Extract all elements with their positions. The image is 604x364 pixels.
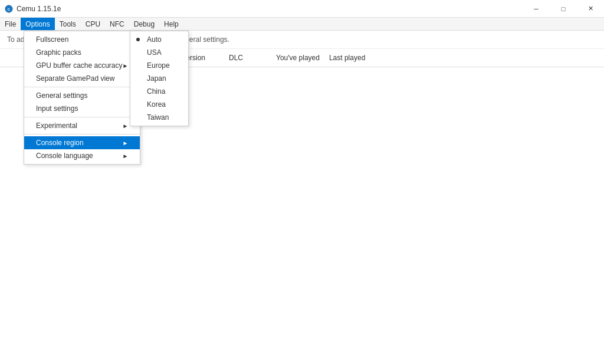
title-text: Cemu 1.15.1e (17, 5, 61, 13)
maximize-button[interactable]: □ (550, 0, 577, 18)
region-taiwan[interactable]: Taiwan (130, 111, 188, 124)
region-usa[interactable]: USA (130, 46, 188, 59)
close-button[interactable]: ✕ (577, 0, 604, 18)
region-auto[interactable]: Auto (130, 33, 188, 46)
menu-options[interactable]: Options (21, 18, 54, 30)
title-bar-controls: ─ □ ✕ (523, 0, 604, 18)
arrow-icon: ► (123, 63, 129, 69)
menu-bar: File Options Tools CPU NFC Debug Help Fu… (0, 18, 604, 31)
menu-experimental[interactable]: Experimental ► (24, 119, 140, 132)
separator-1 (24, 87, 140, 87)
menu-fullscreen[interactable]: Fullscreen (24, 33, 140, 46)
menu-cpu[interactable]: CPU (81, 18, 105, 30)
minimize-button[interactable]: ─ (523, 0, 550, 18)
svg-text:C: C (8, 6, 11, 11)
col-dlc: DLC (224, 51, 271, 64)
arrow-icon-experimental: ► (123, 123, 129, 129)
arrow-icon-console-region: ► (123, 140, 129, 146)
app-icon: C (5, 5, 13, 13)
selected-indicator (136, 38, 140, 41)
separator-3 (24, 134, 140, 135)
title-bar: C Cemu 1.15.1e ─ □ ✕ (0, 0, 604, 18)
menu-tools[interactable]: Tools (55, 18, 81, 30)
menu-general-settings[interactable]: General settings (24, 89, 140, 102)
separator-2 (24, 117, 140, 117)
options-dropdown: Fullscreen Graphic packs GPU buffer cach… (24, 31, 140, 165)
region-china[interactable]: China (130, 85, 188, 98)
menu-input-settings[interactable]: Input settings (24, 102, 140, 115)
menu-help[interactable]: Help (159, 18, 183, 30)
region-korea[interactable]: Korea (130, 98, 188, 111)
menu-file[interactable]: File (0, 18, 21, 30)
col-last-played: Last played (324, 51, 372, 64)
menu-debug[interactable]: Debug (129, 18, 159, 30)
col-played: You've played (271, 51, 324, 64)
menu-nfc[interactable]: NFC (105, 18, 129, 30)
arrow-icon-console-language: ► (123, 153, 129, 159)
menu-console-region[interactable]: Console region ► (24, 136, 140, 149)
menu-console-language[interactable]: Console language ► (24, 149, 140, 162)
region-europe[interactable]: Europe (130, 59, 188, 72)
menu-gpu-buffer[interactable]: GPU buffer cache accuracy ► (24, 59, 140, 72)
menu-graphic-packs[interactable]: Graphic packs (24, 46, 140, 59)
menu-separate-gamepad[interactable]: Separate GamePad view (24, 72, 140, 85)
region-japan[interactable]: Japan (130, 72, 188, 85)
title-bar-left: C Cemu 1.15.1e (5, 5, 61, 13)
console-region-submenu: Auto USA Europe Japan China Korea Taiwan (130, 31, 189, 126)
